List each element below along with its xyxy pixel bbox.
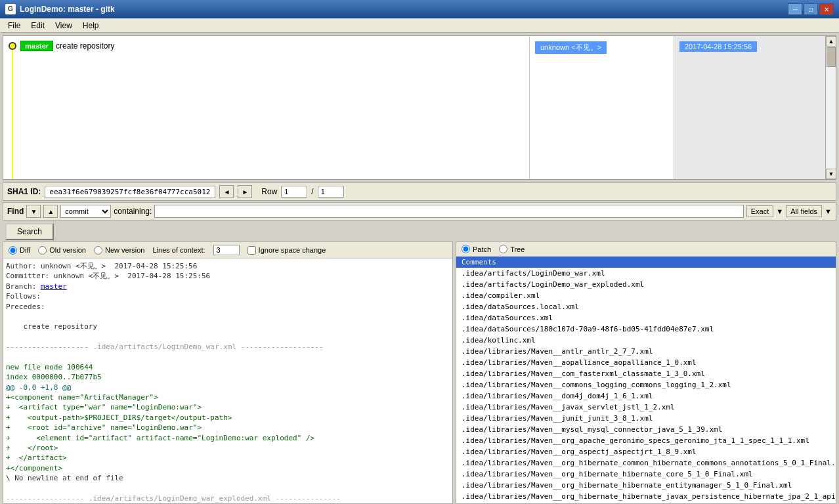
title-bar: G LoginDemo: master - gitk ─ □ ✕ [0,0,839,18]
tree-item[interactable]: .idea/libraries/Maven__commons_logging_c… [456,379,836,390]
ignore-space-group[interactable]: Ignore space change [247,246,326,255]
diff-line-branch: Branch: master [6,282,450,291]
maximize-button[interactable]: □ [804,3,818,15]
branch-link[interactable]: master [41,282,67,291]
minimize-button[interactable]: ─ [788,3,802,15]
tree-item[interactable]: .idea/libraries/Maven__org_hibernate_hib… [456,469,836,480]
tree-item[interactable]: .idea/kotlinc.xml [456,335,836,346]
diff-separator-1: ------------------- .idea/artifacts/Logi… [6,342,450,352]
ignore-space-checkbox[interactable] [247,246,256,255]
old-version-label: Old version [49,246,86,254]
menu-edit[interactable]: Edit [26,20,50,32]
diff-line-precedes: Precedes: [6,302,450,312]
row-separator: / [311,187,313,196]
old-version-radio[interactable] [38,246,47,255]
scroll-down-arrow[interactable]: ▼ [826,169,836,179]
main-container: master create repository unknown <不见。> 2… [0,33,839,504]
patch-radio-group[interactable]: Patch [462,245,491,253]
all-fields-button[interactable]: All fields [786,205,822,217]
tree-content[interactable]: Comments.idea/artifacts/LoginDemo_war.xm… [456,257,836,503]
date-label: 2017-04-28 15:25:56 [679,41,757,52]
tree-item[interactable]: .idea/libraries/Maven__antlr_antlr_2_7_7… [456,346,836,357]
find-input[interactable] [154,205,743,218]
close-button[interactable]: ✕ [819,3,834,15]
search-button[interactable]: Search [5,223,54,240]
diff-radio-group[interactable]: Diff [9,246,30,255]
tree-item[interactable]: .idea/dataSources.xml [456,312,836,324]
scroll-track [826,47,836,169]
scroll-up-arrow[interactable]: ▲ [826,36,836,47]
tree-item[interactable]: .idea/dataSources/180c107d-70a9-48f6-bd0… [456,324,836,335]
tree-item[interactable]: .idea/libraries/Maven__org_hibernate_hib… [456,491,836,502]
menu-help[interactable]: Help [77,20,104,32]
tree-item[interactable]: .idea/libraries/Maven__org_javassist_jav… [456,502,836,503]
search-bar: Search [0,222,839,242]
tree-item[interactable]: .idea/libraries/Maven__javax_servlet_jst… [456,402,836,413]
sha1-label: SHA1 ID: [7,187,41,196]
tree-radio[interactable] [499,245,507,253]
graph-scrollbar: ▲ ▼ [825,36,836,179]
menu-bar: File Edit View Help [0,18,839,33]
diff-line-message: create repository [6,322,450,331]
bottom-area: Diff Old version New version Lines of co… [3,242,836,504]
exact-dropdown-icon[interactable]: ▼ [776,207,783,215]
containing-label: containing: [114,207,152,216]
tree-item[interactable]: .idea/libraries/Maven__org_hibernate_hib… [456,480,836,491]
tree-controls: Patch Tree [456,242,836,257]
diff-content[interactable]: Author: unknown <不见。> 2017-04-28 15:25:5… [3,259,452,503]
diff-controls: Diff Old version New version Lines of co… [3,242,452,259]
exact-button[interactable]: Exact [746,205,774,217]
tree-item[interactable]: .idea/libraries/Maven__com_fasterxml_cla… [456,368,836,379]
new-version-radio[interactable] [94,246,102,255]
find-up-button[interactable]: ▲ [43,205,58,218]
sha1-nav-prev[interactable]: ◄ [219,185,234,198]
tree-item[interactable]: .idea/libraries/Maven__dom4j_dom4j_1_6_1… [456,390,836,402]
diff-line-follows: Follows: [6,291,450,301]
diff-line-author: Author: unknown <不见。> 2017-04-28 15:25:5… [6,261,450,271]
patch-radio[interactable] [462,245,470,253]
tree-item[interactable]: .idea/libraries/Maven__junit_junit_3_8_1… [456,413,836,424]
tree-item[interactable]: .idea/libraries/Maven__mysql_mysql_conne… [456,424,836,435]
tree-radio-group[interactable]: Tree [499,245,525,253]
new-version-radio-group[interactable]: New version [94,246,145,255]
graph-area: master create repository unknown <不见。> 2… [3,35,836,180]
sha1-input[interactable] [45,186,215,198]
graph-right-panel: 2017-04-28 15:25:56 [674,36,825,179]
find-down-button[interactable]: ▼ [26,205,41,218]
menu-view[interactable]: View [50,20,77,32]
commit-label: create repository [56,41,114,51]
commit-row[interactable]: master create repository [3,36,529,56]
diff-index-1: index 0000000..7b077b5 [6,372,450,382]
tree-item[interactable]: .idea/libraries/Maven__aopalliance_aopal… [456,357,836,368]
scroll-thumb[interactable] [827,47,836,67]
diff-add-4: + <root id="archive" name="LoginDemo.war… [6,423,450,432]
diff-add-1: +<component name="ArtifactManager"> [6,392,450,402]
diff-blank4 [6,484,450,494]
tree-item[interactable]: .idea/libraries/Maven__org_aspectj_aspec… [456,446,836,457]
diff-blank3 [6,352,450,362]
old-version-radio-group[interactable]: Old version [38,246,86,255]
tree-item[interactable]: .idea/artifacts/LoginDemo_war_exploded.x… [456,279,836,290]
diff-line-blank1 [6,312,450,322]
find-type-select[interactable]: commit containing [60,205,111,218]
diff-new-file-1: new file mode 100644 [6,362,450,372]
menu-file[interactable]: File [3,20,26,32]
tree-item[interactable]: .idea/dataSources.local.xml [456,301,836,312]
row-total-input[interactable] [318,186,344,198]
diff-radio[interactable] [9,246,17,255]
tree-item[interactable]: Comments [456,257,836,268]
all-fields-dropdown-icon[interactable]: ▼ [825,207,832,215]
graph-panel: master create repository [3,36,530,179]
diff-label: Diff [20,246,30,254]
tree-item[interactable]: .idea/libraries/Maven__org_apache_geroni… [456,435,836,446]
tree-item[interactable]: .idea/libraries/Maven__org_hibernate_com… [456,457,836,469]
sha1-nav-next[interactable]: ► [238,185,252,198]
graph-middle-panel: unknown <不见。> [530,36,674,179]
diff-add-7: + </artifact> [6,453,450,463]
context-input[interactable] [213,245,240,255]
app-icon: G [5,4,16,14]
tree-item[interactable]: .idea/compiler.xml [456,290,836,301]
tree-item[interactable]: .idea/artifacts/LoginDemo_war.xml [456,268,836,279]
row-current-input[interactable] [281,186,307,198]
branch-tag[interactable]: master [20,41,53,51]
